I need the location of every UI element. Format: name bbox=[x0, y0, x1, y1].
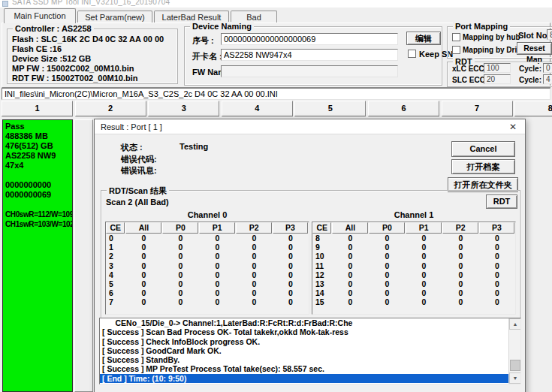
port-column-3[interactable]: 3 bbox=[148, 101, 219, 116]
flash-ce-info: Flash CE :16 bbox=[12, 44, 62, 53]
mp-fw-info: MP FW : 15002C002_00M10.bin bbox=[12, 64, 134, 73]
table-row: 200000 bbox=[106, 252, 309, 261]
scrollbar-thumb[interactable] bbox=[510, 360, 520, 371]
status-line: CH1swR=103/W=102 bbox=[5, 219, 72, 229]
open-file-button[interactable]: 打开档案 bbox=[451, 159, 515, 174]
table-header-p3[interactable]: P3 bbox=[273, 222, 308, 234]
serial-input[interactable] bbox=[221, 33, 398, 45]
slot-no-input[interactable] bbox=[547, 29, 552, 40]
port-mapping-group-title: Port Mapping bbox=[453, 22, 510, 31]
edit-serial-button[interactable]: 编辑 bbox=[406, 32, 441, 45]
log-line: CENo_15/Die_0-> Channel:1,LaterBad:R:FcR… bbox=[100, 318, 520, 327]
table-header-p3[interactable]: P3 bbox=[479, 222, 514, 234]
app-icon bbox=[2, 1, 8, 7]
mapping-by-hub-checkbox[interactable] bbox=[452, 33, 460, 41]
scroll-up-icon[interactable]: ▲ bbox=[509, 318, 521, 330]
table-row: 300000 bbox=[106, 261, 309, 270]
close-icon[interactable]: ✕ bbox=[505, 119, 520, 134]
table-header-p1[interactable]: P1 bbox=[406, 222, 442, 234]
mapping-by-driveno-checkbox[interactable] bbox=[452, 46, 460, 54]
cycle2-label: Cycle: bbox=[519, 76, 541, 84]
status-line bbox=[5, 170, 72, 180]
slc-ecc-label: SLC ECC: bbox=[452, 76, 487, 84]
table-row: 1000000 bbox=[312, 252, 515, 261]
log-scrollbar[interactable]: ▲ ▼ bbox=[508, 318, 520, 384]
channel0-label: Channel 0 bbox=[105, 210, 309, 219]
table-row: 000000 bbox=[106, 234, 309, 243]
cycle1-input[interactable] bbox=[543, 63, 552, 73]
rdt-ecc-group: RDT xLC ECC: Cycle: SLC ECC: Cycle: bbox=[447, 62, 552, 87]
window-title: SATA SSD MP Tool INI_V3210_16_20190704 bbox=[12, 0, 170, 6]
tab-bar: Main Function Set Param(new) LaterBad Re… bbox=[0, 8, 552, 23]
table-header-p2[interactable]: P2 bbox=[442, 222, 478, 234]
table-header-all[interactable]: All bbox=[125, 222, 161, 234]
status-line: 476(512) GB bbox=[5, 141, 72, 151]
log-listbox[interactable]: CENo_15/Die_0-> Channel:1,LaterBad:R:FcR… bbox=[99, 318, 521, 384]
port-column-5[interactable]: 5 bbox=[294, 101, 366, 116]
error-code-label: 错误代码: bbox=[121, 154, 157, 165]
channel1-table: CEAllP0P1P2P3800000900000100000011000001… bbox=[312, 222, 516, 315]
tab-set-param[interactable]: Set Param(new) bbox=[77, 11, 152, 23]
serial-label: 序号 : bbox=[192, 35, 214, 47]
device-naming-group: Device Naming 序号 : 开卡名 : FW Name : bbox=[184, 26, 442, 86]
table-header-p2[interactable]: P2 bbox=[236, 222, 272, 234]
rdt-button[interactable]: RDT bbox=[486, 194, 517, 209]
xlc-ecc-input[interactable] bbox=[484, 63, 511, 73]
port2-panel-sliver bbox=[74, 119, 93, 392]
table-header-all[interactable]: All bbox=[332, 222, 368, 234]
device-size-info: Device Size :512 GB bbox=[12, 54, 91, 63]
slc-ecc-input[interactable] bbox=[484, 74, 511, 84]
dialog-title: Result : Port [ 1 ] bbox=[101, 122, 162, 131]
rdt-fw-info: RDT FW : 15002T002_00M10.bin bbox=[12, 74, 138, 83]
log-line: [ Success ] Scan Bad Process OK- Total t… bbox=[100, 327, 520, 336]
port-column-1[interactable]: 1 bbox=[2, 101, 73, 116]
table-header-ce[interactable]: CE bbox=[312, 222, 331, 234]
tab-main-function[interactable]: Main Function bbox=[4, 8, 76, 23]
table-row: 600000 bbox=[106, 288, 309, 297]
dialog-status-label: 状态 : bbox=[121, 142, 143, 153]
log-line: [ Success ] StandBy. bbox=[100, 355, 520, 364]
slot-no-label: Slot No. bbox=[518, 31, 550, 40]
scroll-down-icon[interactable]: ▼ bbox=[509, 372, 521, 384]
table-header-p0[interactable]: P0 bbox=[162, 222, 198, 234]
port-column-6[interactable]: 6 bbox=[368, 101, 439, 116]
error-msg-label: 错误讯息: bbox=[121, 165, 157, 176]
keep-sn-checkbox[interactable] bbox=[408, 50, 416, 58]
table-header-p1[interactable]: P1 bbox=[199, 222, 235, 234]
cancel-button[interactable]: Cancel bbox=[451, 141, 515, 157]
table-row: 1200000 bbox=[312, 270, 515, 279]
reset-map-button[interactable]: Reset Map bbox=[517, 42, 552, 55]
port-column-8[interactable]: 8 bbox=[514, 101, 552, 116]
table-row: 1400000 bbox=[312, 288, 515, 297]
window-titlebar: SATA SSD MP Tool INI_V3210_16_20190704 bbox=[0, 0, 552, 8]
port-column-4[interactable]: 4 bbox=[222, 101, 293, 116]
status-line: CH0swR=112/W=109 bbox=[5, 210, 72, 219]
port-column-2[interactable]: 2 bbox=[75, 101, 146, 116]
channel1-label: Channel 1 bbox=[312, 210, 516, 219]
card-name-label: 开卡名 : bbox=[192, 51, 222, 62]
status-line: 0000000000 bbox=[5, 180, 72, 190]
table-row: 500000 bbox=[106, 279, 309, 288]
log-line: [ Success ] GoodCard Mark OK. bbox=[100, 346, 520, 355]
status-line: Pass bbox=[5, 122, 72, 131]
fw-name-input[interactable] bbox=[221, 65, 398, 77]
table-row: 1500000 bbox=[312, 297, 515, 306]
table-header-p0[interactable]: P0 bbox=[369, 222, 405, 234]
device-naming-group-title: Device Naming bbox=[190, 22, 254, 31]
table-row: 1300000 bbox=[312, 279, 515, 288]
controller-group: Controller : AS2258 Flash : SLC_16K 2C D… bbox=[7, 29, 178, 84]
cycle2-input[interactable] bbox=[543, 74, 552, 84]
rdt-scan-group: RDT/Scan 结果 Scan 2 (All Bad) RDT Channel… bbox=[101, 190, 520, 319]
cycle1-label: Cycle: bbox=[519, 65, 541, 73]
xlc-ecc-label: xLC ECC: bbox=[452, 65, 487, 73]
ini-path-field: INI_files\ini_Micron(2C)\Micron_M16A_S3_… bbox=[2, 88, 550, 100]
dialog-titlebar[interactable]: Result : Port [ 1 ] ✕ bbox=[95, 119, 525, 134]
table-row: 800000 bbox=[312, 234, 515, 243]
table-row: 1100000 bbox=[312, 261, 515, 270]
flash-info: Flash : SLC_16K 2C D4 0C 32 AA 00 00 bbox=[12, 35, 164, 44]
status-panel: Pass488386 MB476(512) GBAS2258 NW947x4 0… bbox=[2, 119, 73, 392]
card-name-input[interactable] bbox=[221, 49, 398, 61]
table-header-ce[interactable]: CE bbox=[106, 222, 125, 234]
status-line: 0000000069 bbox=[5, 190, 72, 200]
port-column-7[interactable]: 7 bbox=[442, 101, 513, 116]
